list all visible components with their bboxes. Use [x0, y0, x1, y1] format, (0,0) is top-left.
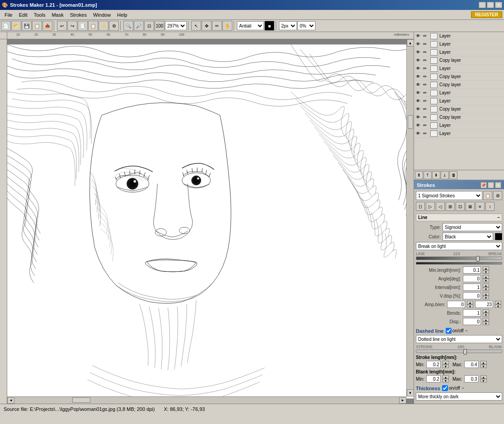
layer-eye-icon[interactable]: 👁: [416, 82, 421, 87]
strokes-apply-btn[interactable]: ⚡: [99, 21, 108, 31]
bends-up[interactable]: ▲: [483, 309, 489, 313]
layer-item[interactable]: 👁 ✏ Layer: [414, 89, 504, 97]
scroll-track-v[interactable]: [407, 47, 414, 389]
layer-pencil-icon[interactable]: ✏: [423, 74, 429, 79]
layer-pencil-icon[interactable]: ✏: [423, 98, 429, 103]
stroke-tool-7[interactable]: ≡: [476, 202, 485, 211]
strokes-pin-btn[interactable]: 📌: [480, 182, 487, 188]
layer-item[interactable]: 👁 ✏ Layer: [414, 65, 504, 73]
dashed-slider-handle[interactable]: [463, 349, 467, 354]
amp-left-input[interactable]: [447, 301, 465, 308]
angle-down[interactable]: ▼: [483, 279, 489, 282]
amp-left-up[interactable]: ▲: [467, 301, 473, 304]
bends-input[interactable]: [463, 309, 481, 317]
settings-btn[interactable]: ⚙: [109, 21, 119, 31]
dashed-enabled-checkbox[interactable]: [446, 328, 452, 334]
layer-item[interactable]: 👁 ✏ Copy layer: [414, 56, 504, 65]
layer-eye-icon[interactable]: 👁: [416, 74, 421, 79]
scroll-right-button[interactable]: ►: [399, 397, 406, 404]
stroke-tool-2[interactable]: ▷: [426, 202, 435, 211]
stroke-max-input[interactable]: [464, 361, 479, 368]
horizontal-scrollbar[interactable]: ◄ ►: [7, 396, 406, 404]
tool-select[interactable]: ↖: [191, 21, 201, 31]
layer-item[interactable]: 👁 ✏ Copy layer: [414, 81, 504, 89]
opacity-select[interactable]: 0%: [297, 21, 316, 30]
vdisp-input[interactable]: [463, 292, 481, 299]
layer-pencil-icon[interactable]: ✏: [423, 33, 429, 38]
open-btn[interactable]: 📂: [11, 21, 21, 31]
scroll-left-button[interactable]: ◄: [7, 397, 14, 404]
min-length-input[interactable]: [463, 266, 481, 274]
disp-input[interactable]: [463, 318, 481, 325]
stroke-tool-4[interactable]: ⊞: [446, 202, 455, 211]
zoom-100-btn[interactable]: 100: [155, 21, 165, 31]
layer-item[interactable]: 👁 ✏ Layer: [414, 32, 504, 40]
stroke-min-up[interactable]: ▲: [443, 361, 449, 364]
line-slider-track[interactable]: [416, 256, 502, 260]
layer-eye-icon[interactable]: 👁: [416, 42, 421, 47]
layer-pencil-icon[interactable]: ✏: [423, 66, 429, 71]
strokes-float-btn[interactable]: □: [488, 182, 494, 188]
layer-pencil-icon[interactable]: ✏: [423, 90, 429, 95]
scroll-track-h[interactable]: [14, 397, 399, 404]
menu-tools[interactable]: Tools: [31, 11, 48, 19]
dotted-select[interactable]: Dotted line on light: [416, 335, 502, 343]
blank-max-up[interactable]: ▲: [480, 375, 487, 379]
menu-mask[interactable]: Mask: [49, 11, 66, 19]
color-select[interactable]: Black: [443, 233, 493, 241]
copy-btn[interactable]: 📑: [78, 21, 88, 31]
layer-eye-icon[interactable]: 👁: [416, 90, 421, 95]
stroke-tool-3[interactable]: ◁: [436, 202, 445, 211]
line-slider-handle[interactable]: [476, 256, 480, 261]
preset-options-btn[interactable]: ⚙: [493, 191, 502, 200]
zoom-in-btn[interactable]: 🔍: [123, 21, 133, 31]
zoom-select[interactable]: 297%: [165, 21, 187, 30]
layer-eye-icon[interactable]: 👁: [416, 115, 421, 120]
stroke-min-input[interactable]: [426, 361, 441, 368]
register-button[interactable]: REGISTER: [471, 11, 502, 18]
maximize-button[interactable]: □: [487, 2, 494, 8]
break-select[interactable]: Break on light: [416, 242, 502, 250]
layer-move-top-btn[interactable]: ⤒: [424, 171, 432, 179]
canvas-content[interactable]: [7, 39, 414, 404]
menu-window[interactable]: Window: [90, 11, 113, 19]
disp-down[interactable]: ▼: [483, 321, 489, 325]
canvas-area[interactable]: 10 20 30 40 50 60 70 80 90 100 millimete…: [0, 32, 414, 404]
vertical-scrollbar[interactable]: ▲ ▼: [406, 39, 414, 396]
save-as-btn[interactable]: 📋: [32, 21, 42, 31]
layer-item[interactable]: 👁 ✏ Copy layer: [414, 113, 504, 121]
layer-move-bottom-btn[interactable]: ⤓: [441, 171, 449, 179]
interval-up[interactable]: ▲: [483, 284, 489, 287]
layer-pencil-icon[interactable]: ✏: [423, 50, 429, 55]
layer-eye-icon[interactable]: 👁: [416, 107, 421, 112]
color-btn[interactable]: ■: [264, 21, 274, 31]
bends-down[interactable]: ▼: [483, 313, 489, 317]
stroke-tool-1[interactable]: ⟨⟩: [416, 202, 425, 211]
close-button[interactable]: ×: [495, 2, 502, 8]
tool-move[interactable]: ✥: [202, 21, 212, 31]
stroke-tool-8[interactable]: ↕: [485, 202, 495, 211]
new-btn[interactable]: 📄: [1, 21, 11, 31]
amp-left-down[interactable]: ▼: [467, 304, 473, 308]
dashed-slider-track[interactable]: [416, 349, 502, 353]
dashed-collapse[interactable]: −: [466, 328, 468, 333]
stroke-max-down[interactable]: ▼: [480, 364, 487, 368]
layer-pencil-icon[interactable]: ✏: [423, 123, 429, 128]
layer-item[interactable]: 👁 ✏ Copy layer: [414, 105, 504, 113]
min-length-up[interactable]: ▲: [483, 266, 489, 270]
stroke-tool-5[interactable]: ⊡: [456, 202, 465, 211]
paste-btn[interactable]: 📋: [88, 21, 98, 31]
menu-strokes[interactable]: Strokes: [67, 11, 89, 19]
blank-max-down[interactable]: ▼: [480, 379, 487, 382]
layer-eye-icon[interactable]: 👁: [416, 131, 421, 136]
layer-eye-icon[interactable]: 👁: [416, 98, 421, 103]
export-btn[interactable]: 📤: [42, 21, 52, 31]
line-section-collapse[interactable]: −: [497, 215, 500, 220]
layer-move-up-btn[interactable]: ⬆: [415, 171, 423, 179]
disp-up[interactable]: ▲: [483, 318, 489, 321]
menu-help[interactable]: Help: [114, 11, 130, 19]
angle-up[interactable]: ▲: [483, 275, 489, 279]
layer-eye-icon[interactable]: 👁: [416, 123, 421, 128]
min-length-down[interactable]: ▼: [483, 270, 489, 274]
layer-item[interactable]: 👁 ✏ Layer: [414, 130, 504, 138]
